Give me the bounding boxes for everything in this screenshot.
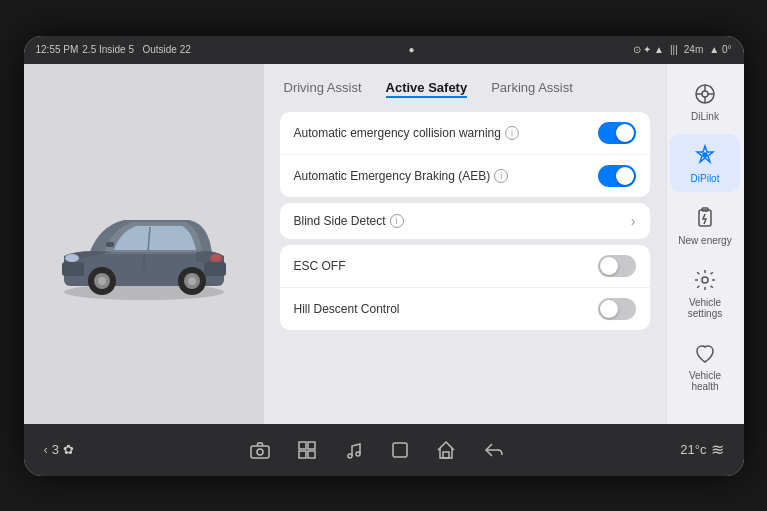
aecw-label: Automatic emergency collision warning i [294, 126, 519, 140]
svg-rect-30 [308, 451, 315, 458]
fan-count: 3 [52, 442, 59, 457]
bottom-bar: ‹ 3 ✿ [24, 424, 744, 476]
back-icon[interactable] [484, 440, 504, 460]
temperature-display: 21°c [680, 442, 706, 457]
aeb-toggle[interactable] [598, 165, 636, 187]
bottom-right: 21°c ≋ [680, 440, 723, 459]
square-icon[interactable] [392, 442, 408, 458]
wind-icon: ≋ [711, 440, 724, 459]
signal-strength: ||| [670, 44, 678, 55]
row-hdc: Hill Descent Control [280, 288, 650, 330]
status-left: 12:55 PM 2.5 Inside 5 Outside 22 [36, 44, 191, 55]
car-svg [44, 184, 244, 304]
music-icon[interactable] [344, 440, 364, 460]
vehicle-settings-icon [691, 266, 719, 294]
sidebar-item-dipilot[interactable]: DiPilot [670, 134, 740, 192]
svg-point-6 [98, 277, 106, 285]
main-area: Driving Assist Active Safety Parking Ass… [24, 64, 744, 424]
bottom-left: ‹ 3 ✿ [44, 442, 75, 457]
car-image [44, 184, 244, 304]
aecw-info-icon[interactable]: i [505, 126, 519, 140]
card-blind-side: Blind Side Detect i › [280, 203, 650, 239]
sidebar-item-dilink[interactable]: DiLink [670, 72, 740, 130]
right-sidebar: DiLink DiPilot [666, 64, 744, 424]
dilink-label: DiLink [691, 111, 719, 122]
svg-point-11 [210, 254, 222, 262]
svg-rect-12 [106, 242, 114, 247]
row-bsd[interactable]: Blind Side Detect i › [280, 203, 650, 239]
grid-icon[interactable] [298, 441, 316, 459]
svg-rect-29 [299, 451, 306, 458]
tab-active-safety[interactable]: Active Safety [386, 78, 468, 98]
row-aeb: Automatic Emergency Braking (AEB) i [280, 155, 650, 197]
svg-rect-33 [393, 443, 407, 457]
aeb-info-icon[interactable]: i [494, 169, 508, 183]
bsd-label: Blind Side Detect i [294, 214, 404, 228]
vehicle-health-icon [691, 339, 719, 367]
svg-point-10 [65, 254, 79, 262]
dot-icon: ● [409, 44, 415, 55]
row-aecw: Automatic emergency collision warning i [280, 112, 650, 155]
status-time: 12:55 PM [36, 44, 79, 55]
dipilot-icon [691, 142, 719, 170]
energy-icon [691, 204, 719, 232]
vehicle-health-label: Vehicle health [674, 370, 736, 392]
energy-label: New energy [678, 235, 731, 246]
sidebar-item-energy[interactable]: New energy [670, 196, 740, 254]
svg-rect-22 [699, 210, 711, 226]
left-arrow-icon: ‹ [44, 442, 48, 457]
aecw-toggle[interactable] [598, 122, 636, 144]
svg-point-24 [702, 277, 708, 283]
svg-point-26 [257, 449, 263, 455]
card-collision: Automatic emergency collision warning i … [280, 112, 650, 197]
vehicle-settings-label: Vehicle settings [674, 297, 736, 319]
sidebar-item-vehicle-settings[interactable]: Vehicle settings [670, 258, 740, 327]
camera-icon[interactable] [250, 441, 270, 459]
svg-rect-3 [204, 262, 226, 276]
svg-rect-2 [62, 262, 84, 276]
status-bar: 12:55 PM 2.5 Inside 5 Outside 22 ● ⊙ ✦ ▲… [24, 36, 744, 64]
status-temp: 2.5 Inside 5 Outside 22 [82, 44, 190, 55]
dilink-icon [691, 80, 719, 108]
bsd-chevron-icon: › [631, 213, 636, 229]
tab-driving-assist[interactable]: Driving Assist [284, 78, 362, 97]
esc-label: ESC OFF [294, 259, 346, 273]
sidebar-item-vehicle-health[interactable]: Vehicle health [670, 331, 740, 400]
row-esc: ESC OFF [280, 245, 650, 288]
center-content: Driving Assist Active Safety Parking Ass… [264, 64, 666, 424]
battery-status: ▲ 0° [709, 44, 731, 55]
aecw-toggle-knob [616, 124, 634, 142]
home-icon[interactable] [436, 440, 456, 460]
svg-point-9 [188, 277, 196, 285]
svg-rect-25 [251, 446, 269, 458]
aeb-toggle-knob [616, 167, 634, 185]
tabs-container: Driving Assist Active Safety Parking Ass… [280, 78, 650, 98]
fan-icon: ✿ [63, 442, 74, 457]
svg-point-16 [702, 91, 708, 97]
status-right: ⊙ ✦ ▲ ||| 24m ▲ 0° [633, 44, 732, 55]
svg-point-31 [348, 454, 352, 458]
tab-parking-assist[interactable]: Parking Assist [491, 78, 573, 97]
card-esc-hdc: ESC OFF Hill Descent Control [280, 245, 650, 330]
svg-rect-34 [443, 452, 449, 458]
hdc-label: Hill Descent Control [294, 302, 400, 316]
bottom-center-icons [250, 440, 504, 460]
svg-point-21 [703, 153, 707, 157]
svg-point-32 [356, 452, 360, 456]
svg-rect-28 [308, 442, 315, 449]
esc-toggle-knob [600, 257, 618, 275]
aeb-label: Automatic Emergency Braking (AEB) i [294, 169, 509, 183]
bsd-info-icon[interactable]: i [390, 214, 404, 228]
signal-distance: 24m [684, 44, 703, 55]
main-screen: 12:55 PM 2.5 Inside 5 Outside 22 ● ⊙ ✦ ▲… [24, 36, 744, 476]
left-panel [24, 64, 264, 424]
dipilot-label: DiPilot [691, 173, 720, 184]
esc-toggle[interactable] [598, 255, 636, 277]
wifi-icon: ⊙ ✦ ▲ [633, 44, 664, 55]
svg-rect-27 [299, 442, 306, 449]
hdc-toggle[interactable] [598, 298, 636, 320]
settings-list: Automatic emergency collision warning i … [280, 112, 650, 414]
status-center: ● [409, 44, 415, 55]
hdc-toggle-knob [600, 300, 618, 318]
